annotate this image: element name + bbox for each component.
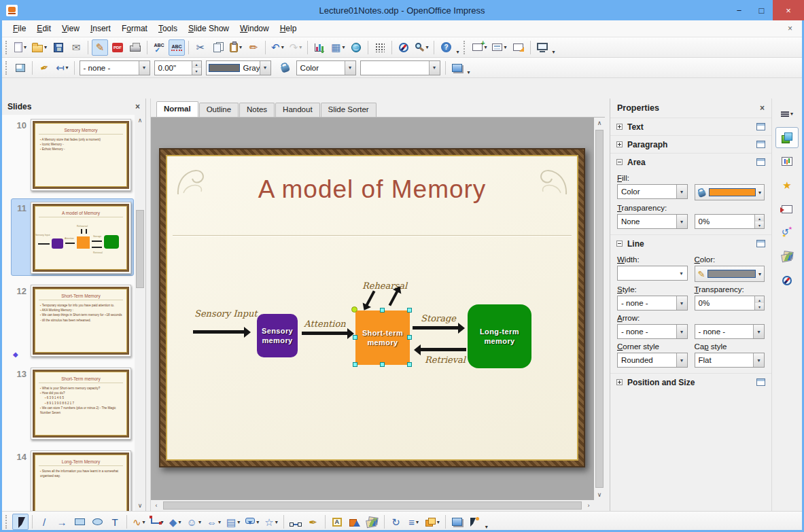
navigator-tab[interactable] [775, 270, 799, 291]
callouts-dropdown-icon[interactable]: ▾ [256, 519, 259, 525]
arrow-end-select[interactable]: - none - ▾ [695, 324, 765, 339]
line-dialog-launcher-icon[interactable] [756, 240, 765, 247]
slide-thumbnail[interactable]: Sensory MemoryA Memory store that fades … [31, 119, 131, 191]
copy-button[interactable] [210, 39, 226, 56]
view-tab-normal[interactable]: Normal [156, 101, 198, 117]
arrow-start-dropdown-icon[interactable]: ▾ [676, 325, 687, 338]
autospellcheck-button[interactable]: ABC [169, 39, 185, 56]
spin-down-icon[interactable]: ▾ [755, 303, 764, 310]
arrange-dropdown-icon[interactable]: ▾ [437, 519, 440, 525]
collapse-icon[interactable] [616, 241, 623, 247]
slide-thumbnail[interactable]: A model of MemorySensory InputAttentionR… [31, 202, 131, 274]
menu-insert[interactable]: Insert [85, 22, 116, 35]
block-arrows-button[interactable]: ⇔▾ [205, 514, 223, 530]
sensory-memory-box[interactable]: Sensory memory [257, 314, 298, 357]
menu-help[interactable]: Help [275, 22, 302, 35]
zoom-button[interactable]: ▾ [413, 39, 430, 56]
stars-dropdown-icon[interactable]: ▾ [275, 519, 278, 525]
rehearsal-out-arrow[interactable] [389, 290, 399, 306]
line-style-dropdown-icon2[interactable]: ▾ [676, 296, 687, 310]
text-button[interactable]: T [107, 514, 123, 530]
menu-window[interactable]: Window [234, 22, 275, 35]
slide-design-button[interactable] [510, 39, 527, 56]
slide-transition-tab[interactable] [775, 198, 799, 219]
fontwork-gallery-button[interactable]: A [329, 514, 345, 530]
animation-tab[interactable] [775, 222, 799, 243]
slides-panel-scrollbar[interactable]: ∧ ∨ [135, 115, 145, 511]
menu-tools[interactable]: Tools [153, 22, 183, 35]
line-color-select[interactable]: Gray 6 ▾ [206, 60, 271, 75]
paste-dropdown-icon[interactable]: ▾ [239, 44, 242, 50]
toolbar-grip[interactable] [5, 41, 8, 54]
section-line[interactable]: Line [610, 234, 771, 252]
line-color-dropdown-icon[interactable]: ▾ [260, 61, 270, 75]
glue-points-button[interactable]: ✒ [305, 514, 321, 530]
animation-indicator-icon[interactable]: ◆ [13, 351, 18, 358]
edit-points-button[interactable] [287, 514, 304, 530]
rotate-button[interactable]: ↻ [388, 514, 404, 530]
paragraph-dialog-launcher-icon[interactable] [756, 141, 765, 148]
symbol-shapes-button[interactable]: ☺▾ [185, 514, 203, 530]
paste-button[interactable]: ▾ [228, 39, 244, 56]
open-button[interactable]: ▾ [30, 39, 49, 56]
gallery-button[interactable] [347, 514, 363, 530]
area-dialog-launcher-icon[interactable] [756, 158, 765, 166]
properties-tab[interactable] [775, 127, 799, 148]
spelling-button[interactable]: ABC [151, 39, 167, 56]
slide-thumbnail[interactable]: Short-Term memoryWhat is your Short-term… [31, 368, 131, 440]
selection-handle-bottom-left[interactable] [353, 362, 357, 367]
slide-workspace[interactable]: A model of Memory Sensory Input Sensory … [151, 118, 594, 500]
cut-button[interactable]: ✂ [192, 39, 209, 56]
selection-handle-top-left[interactable] [351, 306, 357, 313]
area-style-button[interactable] [277, 60, 294, 76]
print-button[interactable] [127, 39, 143, 56]
redo-dropdown-icon[interactable]: ▾ [299, 44, 302, 50]
selection-handle-top-right[interactable] [407, 308, 412, 313]
flowcharts-dropdown-icon[interactable]: ▾ [237, 519, 240, 525]
slide-thumbnail[interactable]: Long-Term MemoryStores all the informati… [31, 450, 131, 511]
transparency-type-select[interactable]: None ▾ [617, 214, 688, 229]
flowcharts-button[interactable]: ▤▾ [224, 514, 242, 530]
toolbar-grip[interactable] [5, 61, 8, 75]
line-style-select[interactable]: - none - ▾ [80, 60, 150, 75]
attention-arrow[interactable] [302, 332, 348, 335]
gallery-tab[interactable] [775, 246, 799, 267]
short-term-memory-box[interactable]: Short-term memory [355, 311, 410, 365]
chart-button[interactable] [311, 39, 328, 56]
rehearsal-in-arrow[interactable] [366, 290, 376, 306]
corner-style-dropdown-icon[interactable]: ▾ [676, 353, 687, 367]
shadow-button[interactable] [449, 60, 466, 76]
line-width-up-icon[interactable]: ▴ [192, 61, 201, 68]
retrieval-arrow[interactable] [420, 348, 466, 351]
line-style-select2[interactable]: - none - ▾ [617, 296, 688, 311]
close-document-icon[interactable]: × [784, 24, 797, 33]
scroll-down-icon[interactable]: ∨ [135, 500, 145, 511]
area-style-select[interactable]: Color ▾ [296, 60, 356, 75]
navigator-button[interactable] [396, 39, 412, 56]
menu-slide-show[interactable]: Slide Show [183, 22, 234, 35]
position-size-button[interactable] [12, 60, 29, 76]
scrollbar-thumb[interactable] [595, 130, 604, 488]
menu-file[interactable]: File [7, 22, 31, 35]
spin-up-icon[interactable]: ▴ [755, 296, 764, 303]
slide-title[interactable]: A model of Memory [167, 175, 577, 204]
line-width-select[interactable]: ▾ [617, 266, 688, 281]
area-style-dropdown-icon[interactable]: ▾ [345, 61, 355, 75]
new-button[interactable]: ▾ [12, 39, 29, 56]
scroll-down-icon[interactable]: ∨ [594, 489, 605, 500]
sidebar-settings-tab[interactable]: ▾ [775, 103, 799, 124]
panel-splitter[interactable] [146, 99, 151, 511]
collapse-icon[interactable] [616, 159, 623, 165]
rectangle-button[interactable] [71, 514, 88, 530]
slide-show-button[interactable] [534, 39, 550, 56]
alignment-button[interactable]: ≡▾ [406, 514, 422, 530]
save-button[interactable] [50, 39, 67, 56]
menu-edit[interactable]: Edit [31, 22, 56, 35]
new-slide-button[interactable]: ▾ [470, 39, 489, 56]
slide-layout-button[interactable]: ▾ [490, 39, 508, 56]
basic-shapes-dropdown-icon[interactable]: ▾ [178, 519, 181, 525]
panel-splitter[interactable] [605, 99, 610, 511]
section-area[interactable]: Area [610, 153, 771, 171]
slide-thumbnail[interactable]: Short-Term MemoryTemporary storage for i… [31, 285, 131, 357]
view-tab-slide-sorter[interactable]: Slide Sorter [321, 103, 377, 117]
